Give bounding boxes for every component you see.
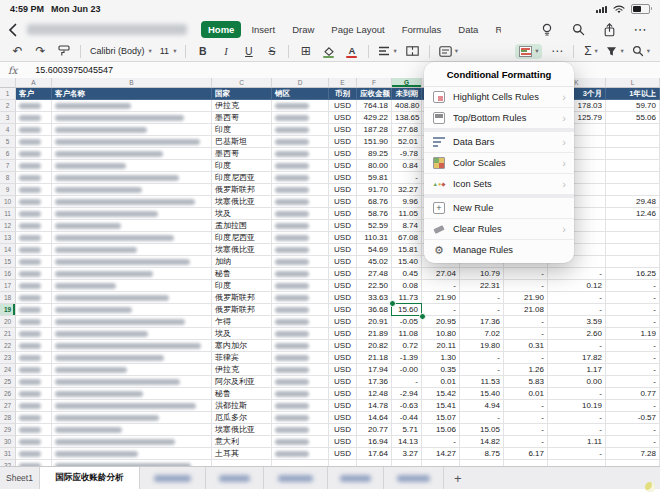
row-header-3[interactable]: 3	[0, 112, 16, 124]
cell-C19[interactable]: 俄罗斯联邦	[212, 304, 272, 316]
cell-B1[interactable]: 客户名称	[52, 88, 212, 100]
row-header-6[interactable]: 6	[0, 148, 16, 160]
cell-F6[interactable]: 89.25	[357, 148, 392, 160]
share-button[interactable]	[601, 22, 617, 38]
cell-C21[interactable]: 埃及	[212, 328, 272, 340]
menu-item-color-scales[interactable]: Color Scales›	[424, 152, 574, 173]
cell-C28[interactable]: 厄瓜多尔	[212, 412, 272, 424]
cell-L19[interactable]: -	[606, 304, 660, 316]
cell-A17[interactable]	[16, 280, 52, 292]
cell-D25[interactable]	[272, 376, 329, 388]
tab-data[interactable]: Data	[451, 21, 485, 38]
cell-C8[interactable]: 印度尼西亚	[212, 172, 272, 184]
cell-F21[interactable]: 21.89	[357, 328, 392, 340]
cell-G26[interactable]: -2.94	[392, 388, 422, 400]
cell-C1[interactable]: 国家	[212, 88, 272, 100]
menu-item-highlight-cells-rules[interactable]: Highlight Cells Rules›	[424, 87, 574, 107]
cell-D6[interactable]	[272, 148, 329, 160]
cell-A26[interactable]	[16, 388, 52, 400]
cell-G5[interactable]: 52.01	[392, 136, 422, 148]
cell-L14[interactable]	[606, 244, 660, 256]
row-header-12[interactable]: 12	[0, 220, 16, 232]
cell-F9[interactable]: 91.70	[357, 184, 392, 196]
cell-J31[interactable]: 6.17	[504, 448, 548, 460]
cell-L22[interactable]: -	[606, 340, 660, 352]
cell-A7[interactable]	[16, 160, 52, 172]
cell-E31[interactable]: USD	[329, 448, 357, 460]
cell-E23[interactable]: USD	[329, 352, 357, 364]
cell-D4[interactable]	[272, 124, 329, 136]
borders-button[interactable]: ⊞	[297, 42, 314, 60]
cell-K20[interactable]: 3.59	[548, 316, 606, 328]
cell-D21[interactable]	[272, 328, 329, 340]
cell-D11[interactable]	[272, 208, 329, 220]
cell-A10[interactable]	[16, 196, 52, 208]
cell-C10[interactable]: 埃塞俄比亚	[212, 196, 272, 208]
cell-H25[interactable]: 0.01	[422, 376, 460, 388]
cell-L12[interactable]	[606, 220, 660, 232]
row-header-19[interactable]: 19	[0, 304, 16, 316]
cell-L6[interactable]	[606, 148, 660, 160]
cell-E30[interactable]: USD	[329, 436, 357, 448]
back-button[interactable]	[8, 23, 17, 37]
cell-B10[interactable]	[52, 196, 212, 208]
cell-L13[interactable]	[606, 232, 660, 244]
cell-G14[interactable]: 15.81	[392, 244, 422, 256]
cell-B24[interactable]	[52, 364, 212, 376]
cell-B9[interactable]	[52, 184, 212, 196]
cell-F25[interactable]: 17.36	[357, 376, 392, 388]
cell-E4[interactable]: USD	[329, 124, 357, 136]
cell-L17[interactable]: -	[606, 280, 660, 292]
column-header-E[interactable]: E	[329, 78, 357, 88]
sheet-tab-blurred[interactable]	[328, 467, 384, 489]
cell-H24[interactable]: 0.35	[422, 364, 460, 376]
cell-B21[interactable]	[52, 328, 212, 340]
tab-insert[interactable]: Insert	[244, 21, 282, 38]
cell-J30[interactable]: -	[504, 436, 548, 448]
cell-D5[interactable]	[272, 136, 329, 148]
cell-J18[interactable]: 21.90	[504, 292, 548, 304]
cell-G29[interactable]: 5.71	[392, 424, 422, 436]
cell-E9[interactable]: USD	[329, 184, 357, 196]
cell-G27[interactable]: -0.63	[392, 400, 422, 412]
cell-D29[interactable]	[272, 424, 329, 436]
cell-A25[interactable]	[16, 376, 52, 388]
cell-B23[interactable]	[52, 352, 212, 364]
cell-H29[interactable]: 15.06	[422, 424, 460, 436]
cell-G13[interactable]: 67.08	[392, 232, 422, 244]
cell-G25[interactable]: -	[392, 376, 422, 388]
cell-B5[interactable]	[52, 136, 212, 148]
font-size-select[interactable]: 11 ▾	[160, 46, 177, 56]
row-header-4[interactable]: 4	[0, 124, 16, 136]
cell-B31[interactable]	[52, 448, 212, 460]
cell-L2[interactable]: 59.70	[606, 100, 660, 112]
cell-H20[interactable]: 20.95	[422, 316, 460, 328]
cell-A30[interactable]	[16, 436, 52, 448]
cell-I17[interactable]: 22.31	[460, 280, 504, 292]
font-name-select[interactable]: Calibri (Body) ▾	[90, 46, 152, 56]
row-header-23[interactable]: 23	[0, 352, 16, 364]
cell-L7[interactable]	[606, 160, 660, 172]
cell-G31[interactable]: 3.27	[392, 448, 422, 460]
cell-A24[interactable]	[16, 364, 52, 376]
cell-C9[interactable]: 俄罗斯联邦	[212, 184, 272, 196]
cell-B28[interactable]	[52, 412, 212, 424]
row-header-5[interactable]: 5	[0, 136, 16, 148]
cell-D24[interactable]	[272, 364, 329, 376]
cell-A19[interactable]	[16, 304, 52, 316]
cell-B12[interactable]	[52, 220, 212, 232]
column-header-A[interactable]: A	[16, 78, 52, 88]
row-header-30[interactable]: 30	[0, 436, 16, 448]
sort-filter-button[interactable]: ▾	[605, 42, 624, 60]
italic-button[interactable]: I	[217, 42, 234, 60]
menu-item-top-bottom-rules[interactable]: Top/Bottom Rules›	[424, 107, 574, 128]
column-header-B[interactable]: B	[52, 78, 212, 88]
cell-E2[interactable]: USD	[329, 100, 357, 112]
cell-A5[interactable]	[16, 136, 52, 148]
cell-A23[interactable]	[16, 352, 52, 364]
cell-B14[interactable]	[52, 244, 212, 256]
cell-B30[interactable]	[52, 436, 212, 448]
cell-F3[interactable]: 429.22	[357, 112, 392, 124]
cell-J27[interactable]: -	[504, 400, 548, 412]
tab-page-layout[interactable]: Page Layout	[324, 21, 391, 38]
